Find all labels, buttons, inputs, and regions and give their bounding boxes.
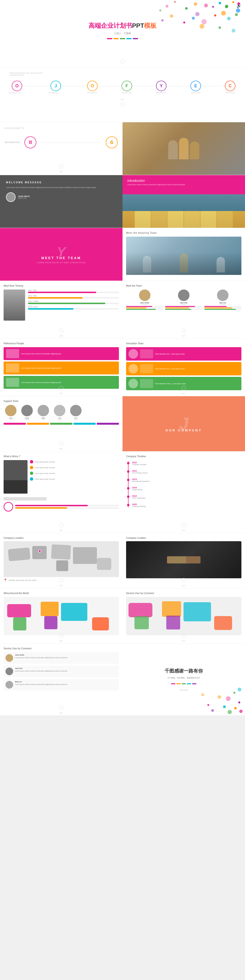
amazing-team-photo xyxy=(126,237,242,275)
bar-row-3: SKILL THREE xyxy=(28,301,119,304)
timeline-item-y: Y INFORMATION xyxy=(156,81,167,94)
timeline-items: O INTRODUCTION J INFORMATION O INFORMATI… xyxy=(10,81,235,94)
location-pin xyxy=(38,550,41,552)
slide-10-location-map: Company Location 📍 123 Main Street, New … xyxy=(0,533,123,588)
slide-9-right-footer: 备注 xyxy=(182,529,185,531)
bar-fill-3 xyxy=(28,303,105,304)
slide-5-meet-team: Y MEET THE TEAM LOREM IPSUM DOLOR SIT AM… xyxy=(0,228,123,281)
colored-world-map xyxy=(3,597,119,635)
welcome-person: JOHN SMITH DIRECTOR xyxy=(6,192,116,202)
slide-4-intro: Introduction Lorem ipsum dolor sit amet … xyxy=(123,175,245,228)
m2-bar-2 xyxy=(165,307,189,309)
vt-dot-4 xyxy=(127,487,129,490)
row-10: Company Location 📍 123 Main Street, New … xyxy=(0,533,245,588)
vertical-timeline: 2010 Company Founded 2012 First Product … xyxy=(126,461,242,507)
member-1: John Smith Developer xyxy=(126,290,163,310)
dot xyxy=(183,22,185,24)
letter-ii: II xyxy=(24,136,37,148)
meet-buto-title: Meet Buto Tertong xyxy=(3,285,119,287)
comment-text-1: Lorem ipsum dolor sit amet consectetur a… xyxy=(15,657,67,659)
ab-fill-2 xyxy=(15,507,67,509)
map-sa xyxy=(32,546,47,559)
service-title-right: Service User by Comment xyxy=(126,592,242,595)
vt-dot-6 xyxy=(127,504,129,506)
support-name-3: Mike xyxy=(36,417,51,419)
session-label-left: INFORMATION xyxy=(5,141,20,143)
slide-6-meet-team-right: Meet the Team John Smith Developer Jane … xyxy=(123,281,245,338)
comment-name-1: John Smith xyxy=(15,654,67,656)
support-avatar-2 xyxy=(21,405,33,416)
w5 xyxy=(200,211,216,228)
inno-img-2 xyxy=(140,364,153,373)
vt-item-1: 2010 Company Founded xyxy=(132,461,242,465)
final-color-bars xyxy=(171,683,196,684)
tag-1 xyxy=(3,423,26,425)
dot xyxy=(195,12,200,16)
watermark: 04618393 xyxy=(180,689,188,691)
slide-3-left-footer: 备注 xyxy=(60,170,63,173)
timeline-item-f: F INFORMATION xyxy=(121,81,132,94)
m3-bar-3-track xyxy=(204,309,242,310)
slide-6-left-footer: 备注 xyxy=(60,335,63,337)
row-7: References People Lorem ipsum dolor sit … xyxy=(0,338,245,396)
support-member-3: Mike Tech xyxy=(36,405,51,420)
comment-text-2: Lorem ipsum dolor sit amet consectetur a… xyxy=(15,670,67,672)
m1-bar-1-track xyxy=(126,306,163,307)
dot xyxy=(214,14,216,16)
vt-year-2: 2012 xyxy=(132,470,242,472)
letter-J: J xyxy=(51,81,61,91)
inno-text-1: Team Member One - Lorem ipsum dolor xyxy=(155,353,239,355)
vt-text-6: Company Meeting xyxy=(132,506,242,507)
welcome-title: WELCOME MESSAGE xyxy=(6,181,116,184)
person-1 xyxy=(168,140,178,159)
continent-europe xyxy=(41,602,59,616)
africa-bar-group xyxy=(15,505,119,509)
person-2 xyxy=(179,138,189,159)
support-role-5: Sales xyxy=(68,419,83,420)
timeline-container: O INTRODUCTION J INFORMATION O INFORMATI… xyxy=(10,81,235,94)
support-role-1: Lead xyxy=(3,419,18,420)
team-photo-bg xyxy=(123,122,245,175)
comment-avatar-2 xyxy=(5,668,13,675)
dot xyxy=(235,13,238,16)
member-3-role: Manager xyxy=(204,304,242,305)
item-label-3: INFORMATION xyxy=(121,92,132,94)
m3-bar-3 xyxy=(204,309,236,310)
dot xyxy=(221,11,226,16)
page-num-9r: ○ xyxy=(181,522,186,528)
bar-track-3 xyxy=(28,303,119,304)
dot xyxy=(200,24,204,29)
item-label-0: INTRODUCTION xyxy=(5,92,24,94)
opening-session-label: Opening Session to xyxy=(10,74,235,76)
comment-card-1: John Smith Lorem ipsum dolor sit amet co… xyxy=(3,652,119,664)
person-3 xyxy=(190,142,199,159)
m1-bar-3-track xyxy=(126,309,163,310)
m3-bar-2 xyxy=(204,307,232,309)
support-member-1: John Lead xyxy=(3,405,18,420)
welcome-text: Lorem ipsum dolor sit amet consectetur a… xyxy=(6,186,116,189)
m2-bar-3 xyxy=(165,309,191,310)
support-avatar-5 xyxy=(70,405,81,416)
page-num-7r: ○ xyxy=(181,385,186,391)
slide-12-left-footer: 备注 xyxy=(60,712,63,714)
meet-team-subtitle: LOREM IPSUM DOLOR SIT AMET CONSECTETUR xyxy=(30,262,93,263)
vt-year-6: 2020 xyxy=(132,503,242,506)
vt-dot-2 xyxy=(127,470,129,473)
dot xyxy=(161,19,164,22)
bar-label-1: SKILL ONE xyxy=(28,290,119,291)
slide-5-amazing-team: Meet the Amazing Team xyxy=(123,228,245,281)
support-tags xyxy=(3,423,119,425)
map-dot-1 xyxy=(140,606,142,608)
page-num-6l: ○ xyxy=(59,328,64,333)
session-letters: INFORMATION II 6 xyxy=(5,136,118,148)
letter-E: E xyxy=(191,81,201,91)
slide-1-title: 🔊 高端企业计划书PPT模板 汇报人：千图网 xyxy=(0,0,245,67)
service-comment-title: Service User by Comment xyxy=(3,647,119,650)
support-role-4: Design xyxy=(52,419,67,420)
address-text: 123 Main Street, New York, NY 10001 xyxy=(8,579,37,581)
africa-item-text-2: Lorem ipsum dolor sit amet xyxy=(35,467,55,468)
hand-right xyxy=(186,556,200,563)
ab-1 xyxy=(15,505,119,506)
page-num-10r: ○ xyxy=(181,578,186,583)
member-1-name: John Smith xyxy=(126,302,163,304)
